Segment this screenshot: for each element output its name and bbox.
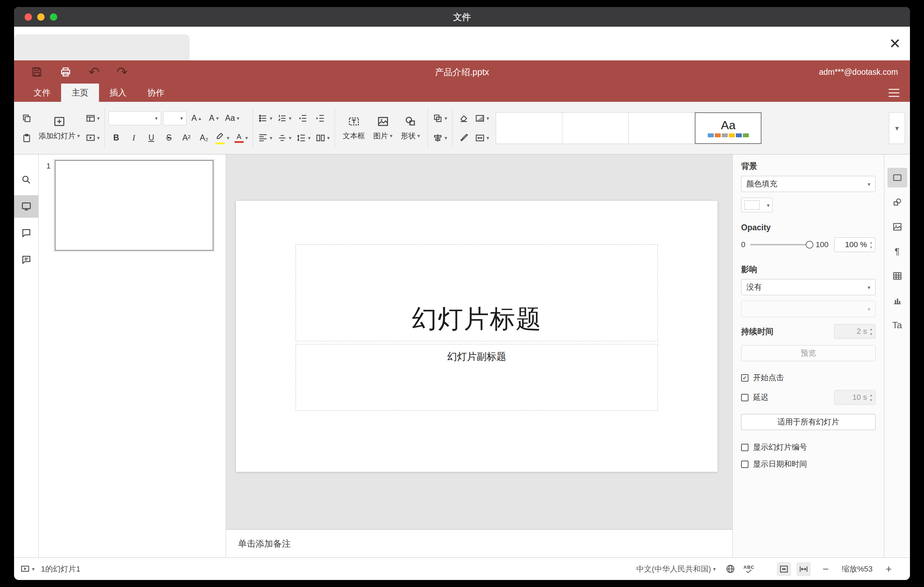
theme-thumbnail[interactable] [562,112,629,144]
textart-settings-tab[interactable]: Ta [888,315,907,335]
theme-thumbnail[interactable] [496,112,563,144]
minimize-traffic-button[interactable] [37,13,45,21]
hamburger-menu-icon[interactable] [889,89,899,97]
bullet-list-button[interactable]: ▾ [257,110,274,126]
slideshow-icon [86,133,96,143]
italic-button[interactable]: I [126,130,142,146]
comments-button[interactable] [14,222,39,244]
slide-size-button[interactable]: ▾ [474,130,491,146]
line-spacing-button[interactable]: ▾ [295,130,312,146]
duration-spinner[interactable]: 2 s ▴▾ [834,324,876,339]
font-color-button[interactable]: A ▾ [233,130,249,146]
insert-image-button[interactable]: 图片▾ [369,105,397,151]
opacity-spinner[interactable]: 100 % ▴▾ [834,237,876,252]
preview-button[interactable]: 预览 [741,345,876,361]
delay-spinner[interactable]: 10 s ▴▾ [834,390,876,405]
slide-settings-button[interactable]: ▾ [474,110,491,126]
numbered-list-button[interactable]: ▾ [276,110,293,126]
close-icon[interactable]: ✕ [889,36,901,51]
theme-gallery-expand-button[interactable]: ▾ [889,112,905,144]
chevron-down-icon: ▾ [487,135,489,140]
apply-to-all-button[interactable]: 适用于所有幻灯片 [741,414,876,430]
theme-thumbnail-selected[interactable]: Aa [695,112,761,144]
chevron-down-icon: ▾ [227,135,229,140]
opacity-slider-knob[interactable] [806,241,813,249]
fill-color-select[interactable]: ▾ [741,198,773,213]
subscript-button[interactable]: A₂ [196,130,212,146]
spellcheck-button[interactable]: ABC [744,565,754,573]
bold-button[interactable]: B [109,130,124,146]
decrease-indent-button[interactable] [295,110,310,126]
increase-indent-button[interactable] [312,110,328,126]
chart-settings-tab[interactable] [888,291,907,310]
slide-thumbnail[interactable] [55,160,213,251]
print-button[interactable] [60,66,72,78]
set-language-button[interactable] [726,564,735,574]
arrange-shape-button[interactable]: ▾ [431,110,449,126]
insert-textbox-button[interactable]: 文本框 [338,105,369,151]
paragraph-settings-tab[interactable]: ¶ [888,242,907,261]
tab-home[interactable]: 主页 [61,84,99,102]
theme-thumbnail[interactable] [629,112,695,144]
tab-insert[interactable]: 插入 [99,84,137,102]
font-name-combo[interactable]: ▾ [109,111,161,125]
increase-font-button[interactable]: A▴ [188,110,204,126]
delay-checkbox[interactable] [741,394,749,401]
align-shape-button[interactable]: ▾ [431,130,449,146]
start-slideshow-status-button[interactable]: ▾ [20,564,35,574]
spinner-up-icon[interactable]: ▴ [870,241,872,244]
highlight-color-button[interactable]: ▾ [214,130,231,146]
strikethrough-button[interactable]: S [161,130,177,146]
title-placeholder[interactable]: 幻灯片标题 [295,244,658,341]
close-traffic-button[interactable] [25,13,32,21]
change-case-button[interactable]: Aa▾ [224,110,241,126]
copy-button[interactable] [19,110,35,126]
clear-style-button[interactable] [456,110,472,126]
columns-button[interactable]: ▾ [314,130,332,146]
slides-panel-button[interactable] [14,195,39,218]
start-slideshow-button[interactable]: ▾ [84,130,101,146]
language-button[interactable]: 中文(中华人民共和国) ▾ [637,564,716,574]
add-slide-button[interactable]: 添加幻灯片▾ [35,105,84,151]
redo-icon[interactable]: ↷ [117,65,128,79]
insert-shape-button[interactable]: 形状▾ [397,105,424,151]
play-icon [20,564,30,574]
fit-to-slide-button[interactable] [777,562,791,576]
search-button[interactable] [14,168,39,191]
tab-file[interactable]: 文件 [23,84,61,102]
copy-style-button[interactable] [456,130,472,146]
spinner-down-icon[interactable]: ▾ [870,246,872,249]
undo-icon[interactable]: ↶ [89,65,100,79]
chat-button[interactable] [14,249,39,271]
table-settings-tab[interactable] [888,266,907,286]
shape-settings-tab[interactable] [888,192,907,212]
chevron-down-icon: ▾ [237,115,239,121]
vertical-align-button[interactable]: ▾ [276,130,293,146]
superscript-button[interactable]: A² [179,130,194,146]
zoom-out-button[interactable]: − [823,564,829,574]
slide-settings-tab[interactable] [888,168,907,188]
zoom-in-button[interactable]: + [885,564,892,574]
horizontal-align-button[interactable]: ▾ [257,130,274,146]
show-date-checkbox[interactable] [741,461,749,468]
fit-to-width-button[interactable] [797,562,810,576]
tab-collaboration[interactable]: 协作 [137,84,175,102]
show-slide-number-checkbox[interactable] [741,444,749,451]
subtitle-placeholder[interactable]: 幻灯片副标题 [295,344,658,411]
decrease-font-button[interactable]: A▾ [206,110,221,126]
paste-button[interactable] [19,130,35,146]
transition-variant-select[interactable]: ▾ [741,301,876,317]
font-size-combo[interactable]: ▾ [163,111,186,125]
start-on-click-checkbox[interactable]: ✓ [741,374,749,382]
underline-button[interactable]: U [144,130,159,146]
zoom-traffic-button[interactable] [50,13,57,21]
slide-canvas[interactable]: 幻灯片标题 幻灯片副标题 [236,201,718,472]
notes-area[interactable]: 单击添加备注 [226,529,732,557]
fill-type-select[interactable]: 颜色填充 ▾ [741,176,876,192]
change-layout-button[interactable]: ▾ [84,110,101,126]
check-icon: ✓ [742,374,747,381]
image-settings-tab[interactable] [888,217,907,237]
save-button[interactable] [31,66,43,78]
transition-select[interactable]: 没有 ▾ [741,279,876,295]
opacity-slider[interactable] [750,244,812,246]
